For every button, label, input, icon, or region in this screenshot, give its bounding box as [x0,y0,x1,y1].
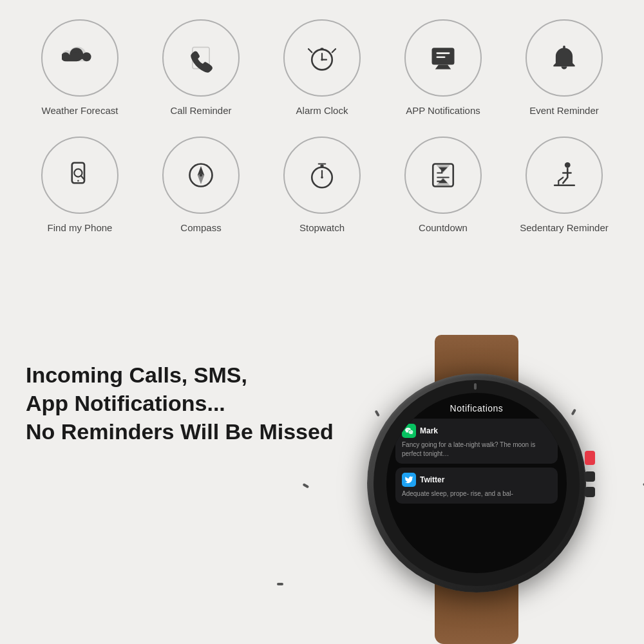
call-reminder-label: Call Reminder [170,104,231,117]
watch-crown-bot [585,487,595,497]
find-my-phone-label: Find my Phone [48,222,113,234]
notification-2-sender: Twitter [420,475,444,484]
event-reminder-icon-circle [526,19,603,97]
alarm-icon [304,40,340,76]
sedentary-reminder-label: Sedentary Reminder [520,222,609,234]
weather-forecast-label: Weather Forecast [42,104,118,117]
notifications-icon [425,40,461,76]
watch-bezel: Notifications Mark [374,380,580,586]
svg-point-19 [321,176,323,178]
alarm-clock-label: Alarm Clock [296,104,348,117]
promo-text-block: Incoming Calls, SMS, App Notifications..… [26,361,335,446]
stopwatch-label: Stopwatch [299,222,345,234]
weather-forecast-icon-circle [41,19,118,97]
compass-icon [183,157,219,193]
notification-1-sender: Mark [420,426,438,435]
find-my-phone-icon-circle [41,137,118,214]
features-row-2: Find my Phone Compass Stopwatch [0,124,644,241]
watch-crown-top [585,451,595,465]
alarm-clock-icon-circle [283,19,361,97]
watch-display: Notifications Mark [328,335,625,644]
compass-icon-circle [162,137,240,214]
svg-point-5 [321,59,323,61]
svg-rect-7 [437,52,450,54]
notification-card-2: Twitter Adequate sleep, prope- rise, and… [395,468,558,504]
feature-compass: Compass [149,137,252,234]
sedentary-reminder-icon-circle [526,137,603,214]
feature-event-reminder: Event Reminder [513,19,616,117]
feature-find-my-phone: Find my Phone [28,137,131,234]
promo-line2: App Notifications... [26,391,225,415]
svg-rect-8 [437,56,446,58]
app-notifications-label: APP Notifications [406,104,480,117]
svg-rect-4 [320,48,323,50]
stopwatch-icon [304,157,340,193]
twitter-icon [402,473,416,487]
feature-countdown: Countdown [392,137,495,234]
weather-icon [62,40,98,76]
promo-heading: Incoming Calls, SMS, App Notifications..… [26,361,335,446]
watch-body: Notifications Mark [367,374,586,592]
bell-icon [546,40,582,76]
promo-line3: No Reminders Will Be Missed [26,419,334,444]
svg-point-14 [200,173,202,176]
wechat-icon [402,424,416,438]
findphone-icon [62,157,98,193]
svg-point-21 [565,162,571,167]
app-notifications-icon-circle [404,19,482,97]
svg-point-12 [77,180,79,182]
countdown-icon-circle [404,137,482,214]
notification-card-1: Mark Fancy going for a late-night walk? … [395,419,558,464]
countdown-label: Countdown [419,222,468,234]
call-icon [183,40,219,76]
feature-alarm-clock: Alarm Clock [270,19,374,117]
compass-label: Compass [180,222,221,234]
notification-2-message: Adequate sleep, prope- rise, and a bal- [402,489,551,498]
feature-sedentary-reminder: Sedentary Reminder [513,137,616,234]
stopwatch-icon-circle [283,137,361,214]
feature-weather-forecast: Weather Forecast [28,19,131,117]
features-row-1: Weather Forecast Call Reminder Alarm Clo… [0,0,644,124]
event-reminder-label: Event Reminder [529,104,599,117]
call-reminder-icon-circle [162,19,240,97]
watch-screen: Notifications Mark [386,393,567,573]
watch-screen-title: Notifications [395,403,558,413]
countdown-icon [425,157,461,193]
svg-rect-17 [320,164,323,167]
notification-1-message: Fancy going for a late-night walk? The m… [402,440,551,459]
feature-call-reminder: Call Reminder [149,19,252,117]
feature-app-notifications: APP Notifications [392,19,495,117]
watch-crown-mid [585,471,595,482]
promo-section: Incoming Calls, SMS, App Notifications..… [0,335,644,644]
feature-stopwatch: Stopwatch [270,137,374,234]
promo-line1: Incoming Calls, SMS, [26,363,247,387]
sedentary-icon [546,157,582,193]
